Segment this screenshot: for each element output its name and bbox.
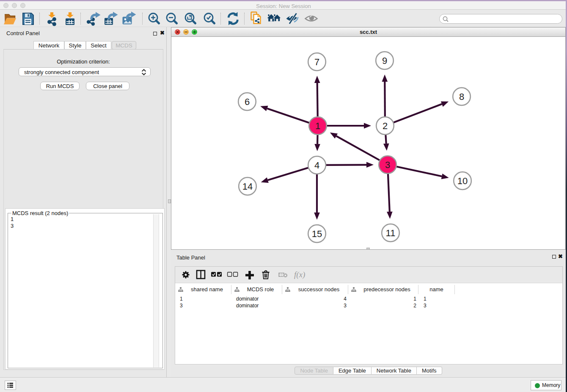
svg-text:4: 4 bbox=[314, 160, 319, 171]
svg-text:3: 3 bbox=[385, 160, 390, 170]
svg-text:11: 11 bbox=[386, 228, 396, 238]
svg-text:7: 7 bbox=[314, 57, 319, 67]
svg-text:15: 15 bbox=[312, 229, 322, 239]
svg-text:8: 8 bbox=[459, 91, 464, 102]
svg-text:10: 10 bbox=[457, 176, 468, 186]
svg-text:14: 14 bbox=[242, 181, 253, 192]
svg-text:2: 2 bbox=[383, 121, 388, 131]
svg-text:9: 9 bbox=[382, 55, 387, 66]
svg-text:1: 1 bbox=[315, 121, 320, 131]
svg-text:6: 6 bbox=[245, 97, 250, 107]
